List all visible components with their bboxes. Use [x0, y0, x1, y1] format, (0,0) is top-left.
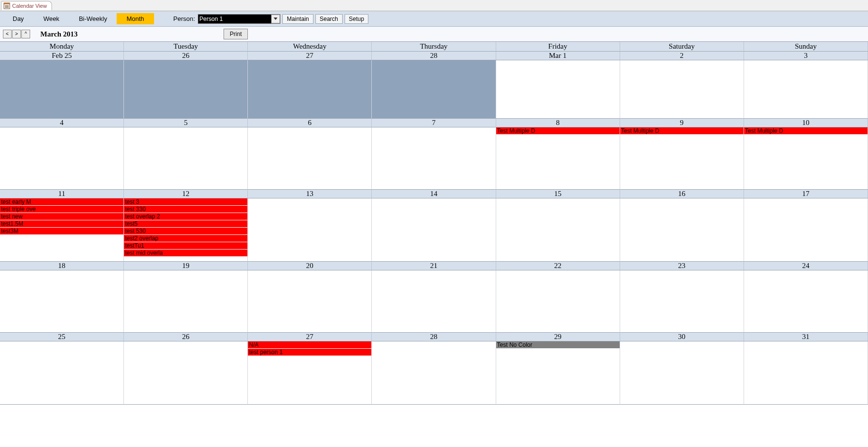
calendar-event[interactable]: Test Multiple D [620, 127, 744, 134]
date-cell[interactable]: 2 [620, 52, 744, 60]
day-cell[interactable] [620, 198, 744, 262]
date-cell[interactable]: 5 [124, 119, 248, 127]
date-cell[interactable]: 27 [248, 52, 372, 60]
calendar-event[interactable]: test2 overlap [124, 235, 247, 242]
day-cell[interactable] [0, 127, 124, 190]
day-cell[interactable] [744, 341, 868, 405]
date-cell[interactable]: 21 [372, 262, 496, 270]
day-cell[interactable] [372, 341, 496, 405]
calendar-event[interactable]: test 530 [124, 228, 247, 234]
calendar-event[interactable]: test 3 [124, 198, 247, 205]
date-cell[interactable]: 16 [620, 190, 744, 198]
calendar-event[interactable]: test5 [124, 220, 247, 227]
day-cell[interactable] [248, 198, 372, 262]
calendar-event[interactable]: test new [0, 213, 123, 220]
date-cell[interactable]: 25 [0, 333, 124, 341]
day-cell[interactable] [124, 60, 248, 119]
date-cell[interactable]: 13 [248, 190, 372, 198]
day-cell[interactable] [124, 127, 248, 190]
calendar-event[interactable]: Test Multiple D [744, 127, 868, 134]
calendar-event[interactable]: Test Multiple D [496, 127, 620, 134]
date-cell[interactable]: 9 [620, 119, 744, 127]
day-cell[interactable] [496, 60, 620, 119]
tab-calendar-view[interactable]: Calendar View [1, 1, 52, 10]
prev-month-button[interactable]: < [3, 30, 12, 38]
day-cell[interactable] [248, 127, 372, 190]
calendar-event[interactable]: Test No Color [496, 341, 620, 348]
date-cell[interactable]: 4 [0, 119, 124, 127]
date-cell[interactable]: 18 [0, 262, 124, 270]
view-day-button[interactable]: Day [3, 13, 34, 24]
date-cell[interactable]: 23 [620, 262, 744, 270]
next-month-button[interactable]: > [12, 30, 21, 38]
date-cell[interactable]: 30 [620, 333, 744, 341]
calendar-event[interactable]: test early M [0, 198, 123, 205]
date-cell[interactable]: 22 [496, 262, 620, 270]
calendar-event[interactable]: test person 1 [248, 349, 371, 356]
day-cell[interactable] [372, 198, 496, 262]
date-cell[interactable]: 19 [124, 262, 248, 270]
day-cell[interactable] [248, 270, 372, 333]
date-cell[interactable]: 7 [372, 119, 496, 127]
calendar-event[interactable]: test 330 [124, 206, 247, 213]
day-cell[interactable] [0, 270, 124, 333]
day-cell[interactable]: test 3test 330test overlap 2test5test 53… [124, 198, 248, 262]
day-cell[interactable]: Test Multiple D [496, 127, 620, 190]
date-cell[interactable]: 6 [248, 119, 372, 127]
calendar-event[interactable]: test1.5M [0, 220, 123, 227]
date-cell[interactable]: 12 [124, 190, 248, 198]
date-cell[interactable]: 17 [744, 190, 868, 198]
date-cell[interactable]: 26 [124, 52, 248, 60]
date-cell[interactable]: 8 [496, 119, 620, 127]
person-select[interactable] [198, 14, 280, 24]
day-cell[interactable] [620, 270, 744, 333]
view-month-button[interactable]: Month [117, 13, 154, 24]
date-cell[interactable]: 20 [248, 262, 372, 270]
day-cell[interactable] [248, 60, 372, 119]
calendar-event[interactable]: test triple ove [0, 206, 123, 213]
date-cell[interactable]: 28 [372, 52, 496, 60]
day-cell[interactable] [744, 198, 868, 262]
date-cell[interactable]: 14 [372, 190, 496, 198]
day-cell[interactable] [744, 270, 868, 333]
day-cell[interactable] [124, 341, 248, 405]
day-cell[interactable] [372, 270, 496, 333]
print-button[interactable]: Print [224, 29, 248, 39]
day-cell[interactable] [372, 60, 496, 119]
day-cell[interactable]: Test Multiple D [620, 127, 744, 190]
date-cell[interactable]: 3 [744, 52, 868, 60]
view-biweekly-button[interactable]: Bi-Weekly [69, 13, 117, 24]
view-week-button[interactable]: Week [34, 13, 69, 24]
day-cell[interactable]: Test No Color [496, 341, 620, 405]
date-cell[interactable]: 24 [744, 262, 868, 270]
day-cell[interactable]: N/Atest person 1 [248, 341, 372, 405]
day-cell[interactable] [0, 341, 124, 405]
day-cell[interactable]: test early Mtest triple ovetest newtest1… [0, 198, 124, 262]
day-cell[interactable] [124, 270, 248, 333]
date-cell[interactable]: 15 [496, 190, 620, 198]
date-cell[interactable]: 27 [248, 333, 372, 341]
date-cell[interactable]: 10 [744, 119, 868, 127]
date-cell[interactable]: 11 [0, 190, 124, 198]
calendar-event[interactable]: test mid overla [124, 250, 247, 256]
calendar-event[interactable]: testTu1 [124, 242, 247, 249]
setup-button[interactable]: Setup [345, 14, 368, 24]
day-cell[interactable] [620, 60, 744, 119]
calendar-event[interactable]: test3M [0, 228, 123, 234]
day-cell[interactable]: Test Multiple D [744, 127, 868, 190]
day-cell[interactable] [372, 127, 496, 190]
maintain-button[interactable]: Maintain [282, 14, 313, 24]
day-cell[interactable] [496, 198, 620, 262]
date-cell[interactable]: 31 [744, 333, 868, 341]
date-cell[interactable]: 29 [496, 333, 620, 341]
day-cell[interactable] [744, 60, 868, 119]
search-button[interactable]: Search [315, 14, 343, 24]
up-button[interactable]: ^ [21, 30, 30, 38]
calendar-event[interactable]: N/A [248, 341, 371, 348]
day-cell[interactable] [620, 341, 744, 405]
calendar-event[interactable]: test overlap 2 [124, 213, 247, 220]
day-cell[interactable] [496, 270, 620, 333]
date-cell[interactable]: 28 [372, 333, 496, 341]
date-cell[interactable]: Mar 1 [496, 52, 620, 60]
day-cell[interactable] [0, 60, 124, 119]
